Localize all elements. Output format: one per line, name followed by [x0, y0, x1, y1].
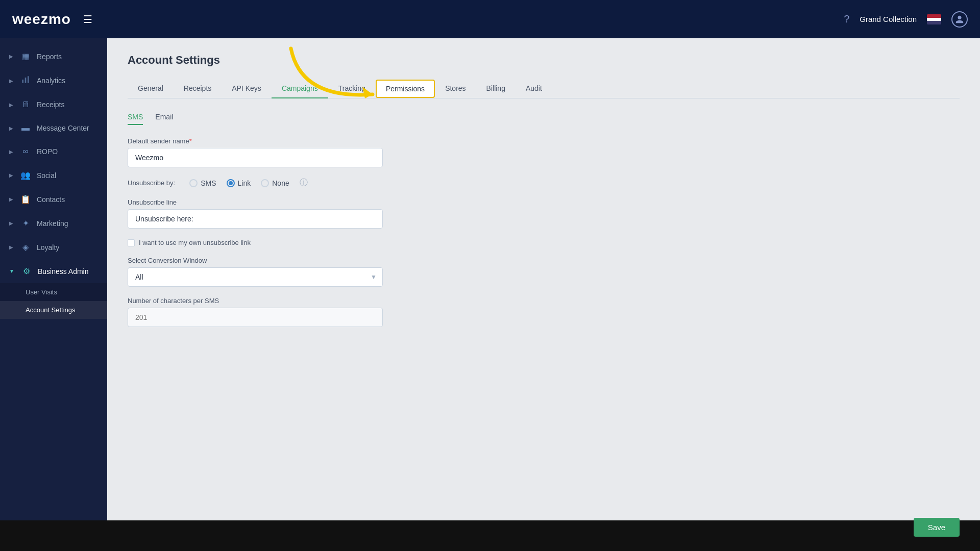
conversion-window-select[interactable]: All 7 days 14 days 30 days — [128, 267, 383, 287]
sub-tab-sms[interactable]: SMS — [128, 113, 143, 125]
chevron-icon: ▶ — [9, 149, 13, 155]
sidebar-item-message-center[interactable]: ▶ ▬ Message Center — [0, 116, 107, 140]
tab-tracking[interactable]: Tracking — [328, 79, 376, 98]
sender-name-label: Default sender name* — [128, 137, 383, 145]
chevron-icon: ▶ — [9, 244, 13, 250]
svg-rect-0 — [22, 80, 23, 83]
sub-tabs: SMS Email — [128, 113, 960, 125]
unsubscribe-line-input[interactable] — [128, 209, 383, 229]
flag-icon — [927, 14, 941, 24]
chevron-icon: ▶ — [9, 102, 13, 108]
sidebar-label-message-center: Message Center — [37, 124, 89, 132]
save-button[interactable]: Save — [914, 518, 960, 537]
svg-rect-1 — [25, 78, 27, 83]
receipts-icon: 🖥 — [20, 100, 31, 109]
radio-link[interactable]: Link — [227, 179, 251, 187]
unsubscribe-radio-group: Unsubscribe by: SMS Link None ⓘ — [128, 178, 960, 188]
sidebar-submenu-item-user-visits[interactable]: User Visits — [0, 283, 107, 301]
sidebar-label-loyalty: Loyalty — [37, 243, 59, 252]
brand: weezmo ☰ — [12, 11, 92, 28]
sidebar-item-receipts[interactable]: ▶ 🖥 Receipts — [0, 93, 107, 116]
help-icon[interactable]: ? — [844, 13, 849, 25]
info-icon[interactable]: ⓘ — [300, 178, 308, 188]
tab-receipts[interactable]: Receipts — [174, 79, 222, 98]
own-unsubscribe-link-checkbox-group: I want to use my own unsubscribe link — [128, 239, 960, 246]
sidebar-label-ropo: ROPO — [37, 147, 58, 156]
chevron-icon: ▶ — [9, 220, 13, 226]
reports-icon: ▦ — [20, 52, 31, 61]
sidebar-label-contacts: Contacts — [37, 195, 65, 204]
radio-circle-none — [261, 179, 269, 187]
sidebar-submenu-business-admin: User Visits Account Settings — [0, 283, 107, 319]
sidebar-label-reports: Reports — [37, 53, 62, 61]
sidebar-item-social[interactable]: ▶ 👥 Social — [0, 163, 107, 187]
tab-stores[interactable]: Stores — [435, 79, 476, 98]
tab-permissions[interactable]: Permissions — [376, 80, 435, 98]
form-conversion-window: Select Conversion Window All 7 days 14 d… — [128, 257, 383, 287]
sub-tab-email[interactable]: Email — [155, 113, 173, 125]
chars-per-sms-input[interactable] — [128, 308, 383, 327]
chevron-icon: ▼ — [9, 268, 14, 274]
chevron-icon: ▶ — [9, 54, 13, 59]
navbar: weezmo ☰ ? Grand Collection — [0, 0, 980, 38]
unsubscribe-label: Unsubscribe by: — [128, 179, 175, 187]
checkbox-label: I want to use my own unsubscribe link — [139, 239, 251, 246]
sidebar-item-analytics[interactable]: ▶ Analytics — [0, 68, 107, 93]
form-chars-per-sms: Number of characters per SMS — [128, 297, 383, 327]
chars-per-sms-label: Number of characters per SMS — [128, 297, 383, 305]
hamburger-icon[interactable]: ☰ — [83, 13, 92, 26]
radio-label-link: Link — [238, 179, 251, 187]
form-sender-name: Default sender name* — [128, 137, 383, 167]
message-center-icon: ▬ — [20, 123, 31, 133]
tab-general[interactable]: General — [128, 79, 174, 98]
content-area: Account Settings General Receipts API Ke… — [107, 38, 980, 520]
sidebar-item-contacts[interactable]: ▶ 📋 Contacts — [0, 187, 107, 211]
loyalty-icon: ◈ — [20, 242, 31, 252]
tab-api-keys[interactable]: API Keys — [222, 79, 272, 98]
radio-circle-link — [227, 179, 235, 187]
svg-rect-2 — [28, 76, 29, 83]
tab-audit[interactable]: Audit — [516, 79, 552, 98]
form-unsubscribe-line: Unsubscribe line — [128, 198, 383, 229]
radio-label-none: None — [272, 179, 289, 187]
unsubscribe-line-label: Unsubscribe line — [128, 198, 383, 206]
brand-name: weezmo — [12, 11, 71, 28]
radio-sms[interactable]: SMS — [189, 179, 216, 187]
business-admin-icon: ⚙ — [21, 266, 32, 276]
sidebar-item-ropo[interactable]: ▶ ∞ ROPO — [0, 140, 107, 163]
marketing-icon: ✦ — [20, 218, 31, 228]
bottom-bar — [0, 520, 980, 551]
radio-circle-sms — [189, 179, 198, 187]
ropo-icon: ∞ — [20, 147, 31, 156]
sidebar-item-business-admin[interactable]: ▼ ⚙ Business Admin — [0, 259, 107, 283]
conversion-window-label: Select Conversion Window — [128, 257, 383, 264]
sidebar-label-marketing: Marketing — [37, 219, 68, 228]
chevron-icon: ▶ — [9, 172, 13, 178]
tabs-bar: General Receipts API Keys Campaigns Trac… — [128, 79, 960, 98]
sidebar-item-loyalty[interactable]: ▶ ◈ Loyalty — [0, 235, 107, 259]
social-icon: 👥 — [20, 170, 31, 180]
conversion-window-select-wrapper: All 7 days 14 days 30 days ▼ — [128, 267, 383, 287]
sender-name-input[interactable] — [128, 148, 383, 167]
org-name: Grand Collection — [860, 15, 917, 23]
content-inner: Account Settings General Receipts API Ke… — [107, 38, 980, 520]
chevron-icon: ▶ — [9, 126, 13, 131]
sidebar-item-reports[interactable]: ▶ ▦ Reports — [0, 44, 107, 68]
sidebar-label-business-admin: Business Admin — [38, 267, 89, 276]
sidebar-item-marketing[interactable]: ▶ ✦ Marketing — [0, 211, 107, 235]
navbar-right: ? Grand Collection — [844, 11, 968, 28]
user-avatar-icon[interactable] — [951, 11, 968, 28]
tab-billing[interactable]: Billing — [476, 79, 516, 98]
required-marker: * — [189, 137, 192, 145]
main-layout: ▶ ▦ Reports ▶ Analytics ▶ 🖥 Receipts ▶ ▬… — [0, 38, 980, 520]
radio-none[interactable]: None — [261, 179, 289, 187]
contacts-icon: 📋 — [20, 194, 31, 204]
page-title: Account Settings — [128, 54, 960, 67]
sidebar-label-social: Social — [37, 171, 56, 180]
own-unsubscribe-link-checkbox[interactable] — [128, 239, 135, 246]
chevron-icon: ▶ — [9, 196, 13, 202]
tab-campaigns[interactable]: Campaigns — [272, 79, 328, 98]
radio-label-sms: SMS — [201, 179, 216, 187]
analytics-icon — [20, 76, 31, 86]
sidebar-submenu-item-account-settings[interactable]: Account Settings — [0, 301, 107, 319]
